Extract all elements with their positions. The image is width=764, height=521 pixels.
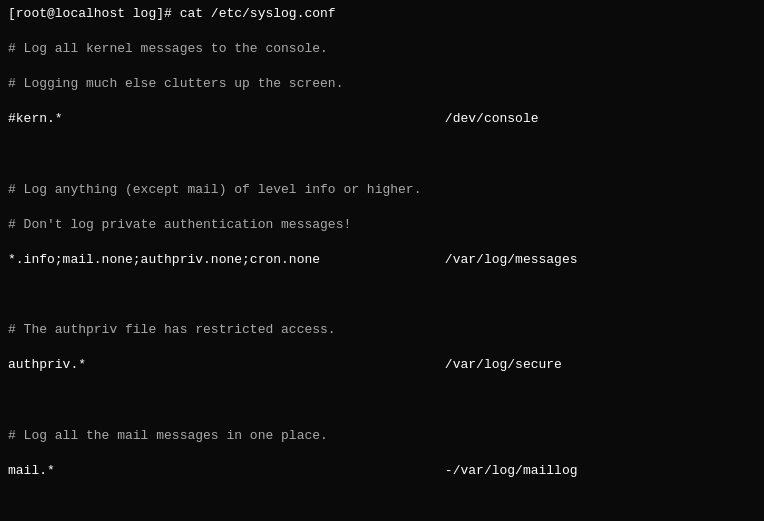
terminal-line [8, 496, 756, 516]
terminal-line [8, 285, 756, 305]
terminal-line: # Log all the mail messages in one place… [8, 426, 756, 446]
terminal-line: #kern.* /dev/console [8, 109, 756, 129]
terminal-line: # Logging much else clutters up the scre… [8, 74, 756, 94]
terminal-line: *.info;mail.none;authpriv.none;cron.none… [8, 250, 756, 270]
terminal-line: # Don't log private authentication messa… [8, 215, 756, 235]
terminal-line: # Log all kernel messages to the console… [8, 39, 756, 59]
terminal-line: authpriv.* /var/log/secure [8, 355, 756, 375]
terminal-line [8, 391, 756, 411]
terminal-window: [root@localhost log]# cat /etc/syslog.co… [0, 0, 764, 521]
terminal-line: # The authpriv file has restricted acces… [8, 320, 756, 340]
terminal-line [8, 145, 756, 165]
terminal-line: mail.* -/var/log/maillog [8, 461, 756, 481]
terminal-line: [root@localhost log]# cat /etc/syslog.co… [8, 4, 756, 24]
terminal-line: # Log anything (except mail) of level in… [8, 180, 756, 200]
